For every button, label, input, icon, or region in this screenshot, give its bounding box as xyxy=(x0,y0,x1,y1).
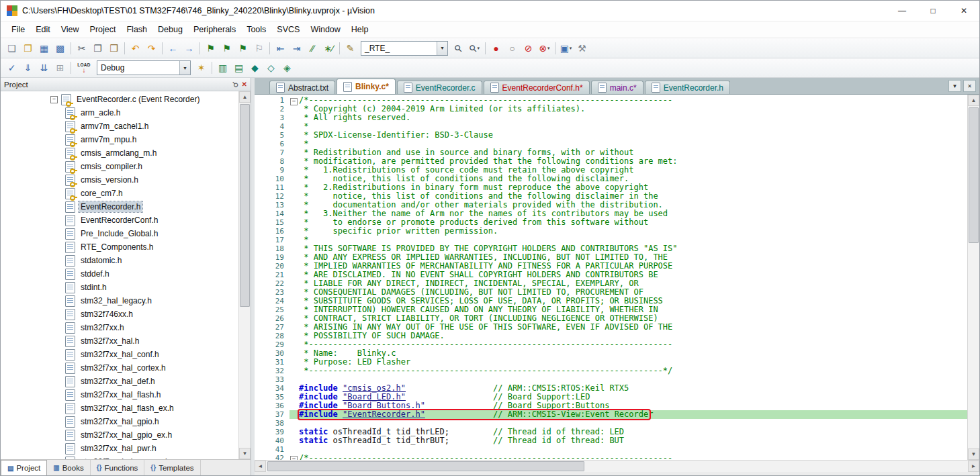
code-line[interactable]: 40static osThreadId_t tid_thrBUT; // Thr… xyxy=(255,436,967,445)
close-panel-icon[interactable]: ✕ xyxy=(242,81,247,88)
kill-all-breakpoints-icon[interactable]: ⊗▾ xyxy=(537,41,552,56)
code-line[interactable]: 5 * SPDX-License-Identifier: BSD-3-Claus… xyxy=(255,131,967,140)
undo-icon[interactable]: ↶ xyxy=(128,41,143,56)
fold-toggle-icon[interactable]: − xyxy=(290,456,298,460)
tree-root-item[interactable]: −EventRecorder.c (Event Recorder) xyxy=(1,93,238,106)
project-scrollbar[interactable]: ▲ ▼ xyxy=(238,91,251,459)
insert-remove-breakpoint-icon[interactable]: ● xyxy=(488,41,504,56)
menu-tools[interactable]: Tools xyxy=(241,23,271,36)
tree-item[interactable]: Pre_Include_Global.h xyxy=(1,227,238,240)
code-editor[interactable]: 1−/*------------------------------------… xyxy=(255,95,979,460)
configure-icon[interactable]: ⚒ xyxy=(574,41,590,56)
manage-run-time-environment-icon[interactable]: ◆ xyxy=(247,60,263,75)
tree-item[interactable]: stdint.h xyxy=(1,281,238,294)
code-line-body[interactable]: static osThreadId_t tid_thrBUT; // Threa… xyxy=(289,436,967,445)
tree-item[interactable]: EventRecorder.h xyxy=(1,200,238,213)
editor-tab-eventrecorder-h[interactable]: EventRecorder.h xyxy=(645,81,730,94)
code-line-body[interactable]: * specific prior written permission. xyxy=(289,227,967,236)
clear-all-bookmarks-icon[interactable]: ⚐ xyxy=(251,41,267,56)
paste-icon[interactable]: ❒ xyxy=(106,41,122,56)
rebuild-all-target-files-icon[interactable]: ⇊ xyxy=(36,60,52,75)
tree-item[interactable]: cmsis_version.h xyxy=(1,173,238,187)
close-button[interactable]: ✕ xyxy=(948,1,979,21)
window-layout-icon[interactable]: ▣▾ xyxy=(558,41,574,56)
menu-file[interactable]: File xyxy=(6,23,30,36)
tree-item[interactable]: stm32_hal_legacy.h xyxy=(1,294,238,307)
tree-item[interactable]: stm32f7xx_hal_gpio.h xyxy=(1,415,238,428)
editor-scroll-thumb[interactable] xyxy=(969,107,979,243)
menu-view[interactable]: View xyxy=(56,23,85,36)
tree-item[interactable]: stm32f7xx_hal_flash_ex.h xyxy=(1,401,238,415)
translate-file-icon[interactable]: ✓ xyxy=(4,60,19,75)
editor-tab-eventrecorderconf-h[interactable]: EventRecorderConf.h* xyxy=(484,81,590,94)
menu-window[interactable]: Window xyxy=(305,23,345,36)
code-line-body[interactable]: −/*-------------------------------------… xyxy=(289,454,967,460)
open-file-icon[interactable]: ❐ xyxy=(20,41,36,56)
editor-scroll-down-icon[interactable]: ▼ xyxy=(968,448,979,460)
tree-item[interactable]: stm32f7xx_hal_cortex.h xyxy=(1,361,238,375)
code-line-body[interactable]: * SPDX-License-Identifier: BSD-3-Clause xyxy=(289,131,967,140)
save-icon[interactable]: ▦ xyxy=(36,41,52,56)
code-line-body[interactable]: * All rights reserved. xyxy=(289,113,967,122)
unindent-icon[interactable]: ⇤ xyxy=(273,41,288,56)
tree-item[interactable]: armv7m_cachel1.h xyxy=(1,120,238,133)
menu-help[interactable]: Help xyxy=(346,23,374,36)
batch-build-icon[interactable]: ⊞ xyxy=(52,60,68,75)
minimize-button[interactable]: — xyxy=(887,1,918,21)
find-text-combo[interactable]: _RTE_▼ xyxy=(361,41,448,56)
save-all-icon[interactable]: ▩ xyxy=(52,41,68,56)
scroll-up-icon[interactable]: ▲ xyxy=(239,91,251,103)
tree-item[interactable]: stm32f7xx_hal_flash.h xyxy=(1,388,238,401)
tree-item[interactable]: stdatomic.h xyxy=(1,254,238,267)
code-line[interactable]: 37#include "EventRecorder.h" // ARM::CMS… xyxy=(255,410,967,419)
pack-installer-icon[interactable]: ◈ xyxy=(279,60,295,75)
menu-debug[interactable]: Debug xyxy=(152,23,188,36)
comment-selection-icon[interactable]: ∕∕ xyxy=(305,41,320,56)
tree-item[interactable]: arm_acle.h xyxy=(1,106,238,120)
code-line[interactable]: 3 * All rights reserved. xyxy=(255,113,967,122)
tree-item[interactable]: EventRecorderConf.h xyxy=(1,213,238,227)
indent-icon[interactable]: ⇥ xyxy=(289,41,304,56)
books-and-environment-icon[interactable]: ▤ xyxy=(231,60,247,75)
scroll-track[interactable] xyxy=(239,103,251,448)
code-line[interactable]: 42−/*-----------------------------------… xyxy=(255,454,967,460)
editor-scroll-up-icon[interactable]: ▲ xyxy=(968,95,979,106)
options-for-target-icon[interactable]: ✶ xyxy=(193,60,209,75)
build-icon[interactable]: ⇓ xyxy=(20,60,36,75)
next-bookmark-icon[interactable]: ⚑ xyxy=(235,41,251,56)
tab-list-dropdown-icon[interactable]: ▼ xyxy=(948,80,961,92)
tree-item[interactable]: core_cm7.h xyxy=(1,187,238,200)
search-next-icon[interactable]: ⚲ xyxy=(451,41,466,56)
scroll-thumb[interactable] xyxy=(240,104,250,307)
tree-item[interactable]: cmsis_armclang_m.h xyxy=(1,146,238,160)
target-select-combo[interactable]: Debug▼ xyxy=(97,60,191,75)
editor-hscroll-track[interactable] xyxy=(266,461,968,472)
panel-tab-functions[interactable]: {}Functions xyxy=(91,460,145,475)
editor-scroll-right-icon[interactable]: ► xyxy=(968,461,979,472)
maximize-button[interactable]: □ xyxy=(918,1,948,21)
code-lines[interactable]: 1−/*------------------------------------… xyxy=(255,95,967,460)
tree-item[interactable]: stm32f7xx_hal_gpio_ex.h xyxy=(1,428,238,442)
expander-icon[interactable]: − xyxy=(50,96,58,103)
highlighted-include-line[interactable]: #include "EventRecorder.h" // ARM::CMSIS… xyxy=(289,410,967,419)
tree-item[interactable]: stm32f7xx_hal_def.h xyxy=(1,375,238,388)
tree-item[interactable]: stm32f7xx_hal.h xyxy=(1,334,238,348)
tree-item[interactable]: stm32f746xx.h xyxy=(1,307,238,321)
panel-tab-templates[interactable]: {}Templates xyxy=(144,460,200,475)
editor-scroll-left-icon[interactable]: ◄ xyxy=(255,461,266,472)
navigate-back-icon[interactable]: ← xyxy=(165,41,181,56)
panel-tab-project[interactable]: ▤Project xyxy=(1,460,47,475)
close-document-icon[interactable]: ✕ xyxy=(963,80,976,92)
chevron-down-icon[interactable]: ▼ xyxy=(437,42,447,55)
tree-item[interactable]: armv7m_mpu.h xyxy=(1,133,238,146)
editor-horizontal-scrollbar[interactable]: ◄ ► xyxy=(255,460,979,472)
file-extensions-icon[interactable]: ▥ xyxy=(215,60,230,75)
menu-peripherals[interactable]: Peripherals xyxy=(188,23,241,36)
editor-tab-blinky-c[interactable]: Blinky.c* xyxy=(337,79,396,94)
scroll-down-icon[interactable]: ▼ xyxy=(239,448,251,459)
code-line-body[interactable]: *---------------------------------------… xyxy=(289,367,967,375)
chevron-down-icon[interactable]: ▼ xyxy=(179,61,190,75)
disable-all-breakpoints-icon[interactable]: ⊘ xyxy=(521,41,536,56)
copy-icon[interactable]: ❐ xyxy=(90,41,105,56)
find-icon[interactable]: ⚲▾ xyxy=(467,41,482,56)
